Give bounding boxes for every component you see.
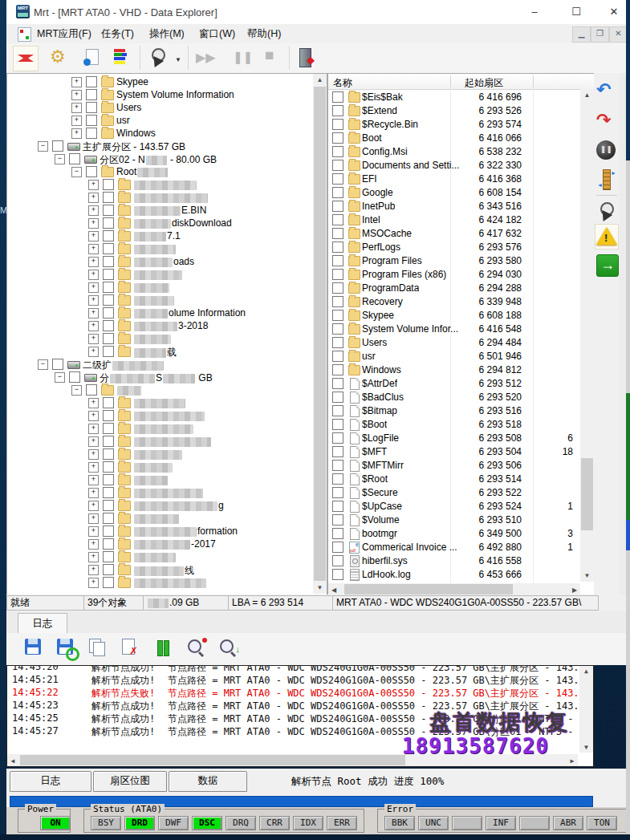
search-prev-icon[interactable] — [185, 637, 207, 659]
tree-row[interactable]: +formation — [7, 524, 327, 537]
tree-row[interactable]: + — [7, 293, 327, 306]
file-list[interactable]: 名称 起始扇区 $Eis$Bak6 416 696$Extend6 293 52… — [327, 73, 595, 596]
expand-plus-icon[interactable]: + — [88, 244, 99, 254]
row-checkbox[interactable] — [332, 542, 343, 553]
tree-row[interactable]: +载 — [7, 344, 327, 357]
menu-task[interactable]: 任务(T) — [101, 27, 134, 41]
file-row[interactable]: System Volume Infor...6 416 548 — [328, 322, 594, 335]
expand-plus-icon[interactable]: + — [71, 116, 82, 126]
file-row[interactable]: MSOCache6 417 632 — [328, 226, 594, 240]
tree-checkbox[interactable] — [103, 243, 114, 254]
row-checkbox[interactable] — [332, 473, 343, 485]
file-row[interactable]: Boot6 416 066 — [328, 131, 594, 144]
file-row[interactable]: Skypee6 608 188 — [328, 308, 594, 322]
expand-plus-icon[interactable]: + — [88, 578, 99, 588]
go-next-icon[interactable]: → — [596, 254, 619, 277]
scroll-down-icon[interactable]: ▼ — [580, 572, 594, 579]
expand-plus-icon[interactable]: + — [88, 526, 99, 537]
expand-plus-icon[interactable]: + — [88, 347, 99, 357]
row-checkbox[interactable] — [332, 228, 343, 239]
clear-log-icon[interactable] — [119, 637, 141, 659]
scroll-right-icon[interactable]: ▶ — [569, 586, 580, 594]
tree-row[interactable]: +Windows — [7, 126, 327, 139]
tab-log-bottom[interactable]: 日志 — [10, 771, 91, 792]
file-row[interactable]: Program Files6 293 580 — [328, 254, 594, 267]
tree-row[interactable]: −二级扩 — [7, 357, 327, 370]
row-checkbox[interactable] — [332, 432, 343, 444]
file-row[interactable]: LdHook.log6 453 666 — [328, 567, 594, 581]
tree-checkbox[interactable] — [86, 128, 97, 139]
tree-checkbox[interactable] — [103, 397, 114, 408]
collapse-minus-icon[interactable]: − — [55, 372, 65, 383]
expand-plus-icon[interactable]: + — [88, 334, 99, 344]
tree-checkbox[interactable] — [103, 423, 114, 434]
copy-icon[interactable] — [87, 637, 109, 659]
tree-checkbox[interactable] — [103, 538, 114, 550]
tree-checkbox[interactable] — [103, 217, 114, 229]
tree-row[interactable]: +-2017 — [7, 537, 327, 550]
file-row[interactable]: $Boot6 293 518 — [328, 417, 594, 431]
row-checkbox[interactable] — [332, 392, 343, 403]
tree-checkbox[interactable] — [103, 269, 114, 280]
tab-sector-bitmap[interactable]: 扇区位图 — [93, 771, 167, 792]
menu-help[interactable]: 帮助(H) — [247, 27, 281, 41]
tree-checkbox[interactable] — [103, 320, 114, 331]
tree-row[interactable]: + — [7, 241, 327, 254]
row-checkbox[interactable] — [332, 514, 343, 526]
redo-icon[interactable]: ↷ — [596, 110, 617, 131]
row-checkbox[interactable] — [332, 187, 343, 198]
close-button[interactable]: ✕ — [608, 6, 620, 18]
fast-forward-icon[interactable]: ▶▶ — [196, 50, 216, 65]
tree-row[interactable]: + — [7, 550, 327, 562]
mdi-restore-button[interactable]: ❐ — [591, 26, 609, 43]
row-checkbox[interactable] — [332, 555, 343, 566]
tree-checkbox[interactable] — [86, 76, 97, 87]
tree-row[interactable]: + — [7, 485, 327, 498]
scroll-left-icon[interactable]: ◀ — [328, 586, 339, 594]
tab-log[interactable]: 日志 — [18, 613, 67, 634]
log-output[interactable]: 14:45:20解析节点成功!节点路径 = MRT ATA0 - WDC WDS… — [6, 665, 594, 767]
list-vertical-scrollbar[interactable]: ▲ ▼ — [580, 89, 594, 582]
row-checkbox[interactable] — [332, 569, 343, 580]
row-checkbox[interactable] — [332, 241, 343, 253]
tree-row[interactable]: +E.BIN — [7, 203, 327, 216]
row-checkbox[interactable] — [332, 364, 343, 375]
file-row[interactable]: PerfLogs6 293 576 — [328, 240, 594, 254]
tree-checkbox[interactable] — [103, 436, 114, 447]
tree-checkbox[interactable] — [103, 192, 114, 203]
row-checkbox[interactable] — [332, 351, 343, 362]
file-row[interactable]: Config.Msi6 538 232 — [328, 144, 594, 158]
file-row[interactable]: $LogFile6 293 5086 — [328, 431, 594, 444]
log-horizontal-scrollbar[interactable]: ◀ ▶ — [7, 754, 578, 766]
file-row[interactable]: hiberfil.sys6 416 558 — [328, 554, 594, 567]
file-row[interactable]: Documents and Setti...6 322 330 — [328, 158, 594, 172]
file-row[interactable]: $MFT6 293 50418 — [328, 444, 594, 458]
settings-gear-icon[interactable]: ⚙ — [48, 46, 72, 70]
expand-plus-icon[interactable]: + — [88, 488, 99, 498]
tree-checkbox[interactable] — [103, 487, 114, 498]
tree-row[interactable]: + — [7, 280, 327, 293]
tree-row[interactable]: + — [7, 177, 327, 190]
file-row[interactable]: Intel6 424 182 — [328, 213, 594, 226]
mdi-close-button[interactable]: ✕ — [609, 26, 628, 43]
tree-row[interactable]: + — [7, 460, 327, 473]
tree-checkbox[interactable] — [103, 513, 114, 524]
expand-plus-icon[interactable]: + — [88, 552, 99, 562]
ruler-icon[interactable] — [603, 169, 611, 190]
collapse-minus-icon[interactable]: − — [55, 154, 65, 164]
tree-row[interactable]: + — [7, 473, 327, 485]
tree-row[interactable]: + — [7, 396, 327, 408]
expand-plus-icon[interactable]: + — [88, 449, 99, 460]
save-refresh-icon[interactable] — [55, 637, 77, 659]
row-checkbox[interactable] — [332, 378, 343, 389]
tree-checkbox[interactable] — [103, 307, 114, 319]
file-row[interactable]: EFI6 416 368 — [328, 172, 594, 185]
file-row[interactable]: $Secure6 293 522 — [328, 485, 594, 499]
tree-checkbox[interactable] — [69, 153, 80, 164]
file-row[interactable]: Commerical Invoice ...6 492 8801 — [328, 540, 594, 554]
tree-checkbox[interactable] — [103, 256, 114, 267]
tree-vertical-scrollbar[interactable]: ▲ ▼ — [313, 74, 327, 594]
expand-plus-icon[interactable]: + — [88, 218, 99, 229]
report-info-icon[interactable] — [80, 46, 104, 70]
row-checkbox[interactable] — [332, 269, 343, 280]
